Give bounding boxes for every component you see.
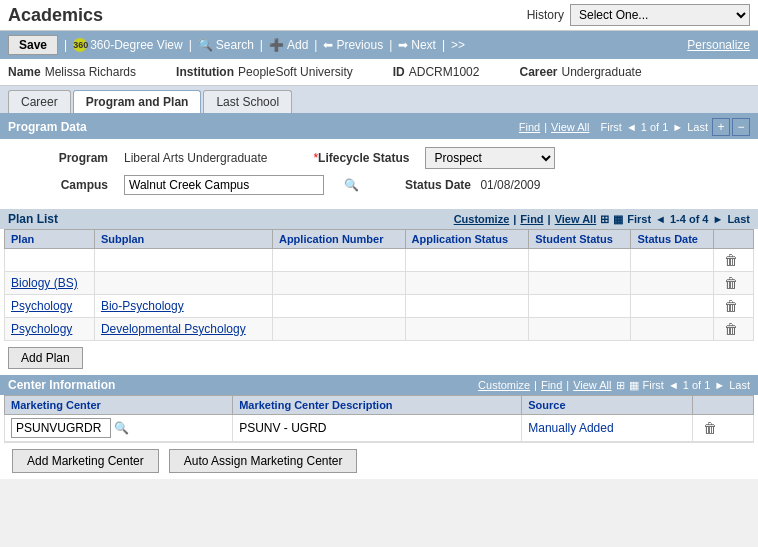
next-link[interactable]: ➡ Next: [398, 38, 436, 52]
center-viewall-link[interactable]: View All: [573, 379, 611, 391]
plan-cell[interactable]: Psychology: [5, 295, 95, 318]
save-button[interactable]: Save: [8, 35, 58, 55]
center-last-label: Last: [729, 379, 750, 391]
app-number-cell: [272, 249, 405, 272]
plan-list-header: Plan List Customize | Find | View All ⊞ …: [0, 209, 758, 229]
status-date-cell: [631, 295, 714, 318]
prev-icon: ⬅: [323, 38, 333, 52]
auto-assign-marketing-button[interactable]: Auto Assign Marketing Center: [169, 449, 358, 473]
tab-last-school[interactable]: Last School: [203, 90, 292, 113]
name-field: Name Melissa Richards: [8, 65, 136, 79]
center-info-header: Center Information Customize | Find | Vi…: [0, 375, 758, 395]
student-status-cell: [529, 318, 631, 341]
plan-cell[interactable]: Biology (BS): [5, 272, 95, 295]
plan-find-link[interactable]: Find: [520, 213, 543, 225]
program-viewall-link[interactable]: View All: [551, 121, 589, 133]
delete-plan-btn[interactable]: 🗑: [720, 321, 742, 337]
plan-controls: Customize | Find | View All ⊞ ▦ First ◄ …: [454, 213, 750, 226]
tab-career[interactable]: Career: [8, 90, 71, 113]
plan-first-label: First: [627, 213, 651, 225]
center-prev-btn[interactable]: ◄: [668, 379, 679, 391]
view360-link[interactable]: 360 360-Degree View: [73, 38, 183, 52]
delete-plan-btn[interactable]: 🗑: [720, 275, 742, 291]
delete-center-btn[interactable]: 🗑: [699, 420, 721, 436]
plan-cell[interactable]: Psychology: [5, 318, 95, 341]
center-find-link[interactable]: Find: [541, 379, 562, 391]
remove-program-btn[interactable]: −: [732, 118, 750, 136]
add-link[interactable]: ➕ Add: [269, 38, 308, 52]
program-data-header: Program Data Find | View All First ◄ 1 o…: [0, 115, 758, 139]
app-status-cell: [405, 318, 529, 341]
history-select[interactable]: Select One...: [570, 4, 750, 26]
add-program-btn[interactable]: +: [712, 118, 730, 136]
program-data-title: Program Data: [8, 120, 87, 134]
delete-cell: 🗑: [714, 272, 754, 295]
app-status-cell: [405, 272, 529, 295]
plan-next-btn[interactable]: ►: [712, 213, 723, 225]
plan-prev-btn[interactable]: ◄: [655, 213, 666, 225]
campus-search-icon[interactable]: 🔍: [344, 178, 359, 192]
page-header: Academics History Select One...: [0, 0, 758, 31]
table-row: Biology (BS) 🗑: [5, 272, 754, 295]
id-field: ID ADCRM1002: [393, 65, 480, 79]
center-next-btn[interactable]: ►: [714, 379, 725, 391]
center-header-row: Marketing Center Marketing Center Descri…: [5, 396, 754, 415]
search-link[interactable]: 🔍 Search: [198, 38, 254, 52]
app-number-cell: [272, 318, 405, 341]
delete-plan-btn[interactable]: 🗑: [720, 298, 742, 314]
center-delete-cell: 🗑: [693, 415, 754, 442]
app-status-cell: [405, 249, 529, 272]
center-code-cell: 🔍: [5, 415, 233, 442]
add-minus-controls: + −: [712, 118, 750, 136]
col-marketing-desc: Marketing Center Description: [233, 396, 522, 415]
campus-row: Campus 🔍 Status Date 01/08/2009: [8, 175, 750, 195]
plan-customize-link[interactable]: Customize: [454, 213, 510, 225]
center-search-icon[interactable]: 🔍: [114, 421, 129, 435]
program-next-icon[interactable]: ►: [672, 121, 683, 133]
campus-input[interactable]: [124, 175, 324, 195]
center-code-input[interactable]: [11, 418, 111, 438]
center-table: Marketing Center Marketing Center Descri…: [4, 395, 754, 442]
plan-grid-icon: ⊞: [600, 213, 609, 226]
col-source: Source: [522, 396, 693, 415]
app-number-cell: [272, 295, 405, 318]
career-field: Career Undergraduate: [519, 65, 641, 79]
center-grid-icon: ⊞: [616, 379, 625, 392]
center-source-cell: Manually Added: [522, 415, 693, 442]
col-actions: [714, 230, 754, 249]
col-center-actions: [693, 396, 754, 415]
status-date-cell: [631, 272, 714, 295]
col-subplan: Subplan: [94, 230, 272, 249]
plan-cal-icon: ▦: [613, 213, 623, 226]
institution-field: Institution PeopleSoft University: [176, 65, 353, 79]
list-item: 🔍 PSUNV - UGRD Manually Added 🗑: [5, 415, 754, 442]
center-table-container: Marketing Center Marketing Center Descri…: [0, 395, 758, 479]
program-prev-icon[interactable]: ◄: [626, 121, 637, 133]
more-link[interactable]: >>: [451, 38, 465, 52]
center-customize-link[interactable]: Customize: [478, 379, 530, 391]
plan-cell: [5, 249, 95, 272]
plan-table-header-row: Plan Subplan Application Number Applicat…: [5, 230, 754, 249]
plan-table: Plan Subplan Application Number Applicat…: [4, 229, 754, 341]
add-plan-button[interactable]: Add Plan: [8, 347, 83, 369]
lifecycle-select[interactable]: Prospect: [425, 147, 555, 169]
delete-plan-btn[interactable]: 🗑: [720, 252, 742, 268]
page-title: Academics: [8, 5, 103, 26]
add-marketing-center-button[interactable]: Add Marketing Center: [12, 449, 159, 473]
table-row: Psychology Developmental Psychology 🗑: [5, 318, 754, 341]
plan-viewall-link[interactable]: View All: [555, 213, 597, 225]
tab-program-and-plan[interactable]: Program and Plan: [73, 90, 202, 113]
history-section: History Select One...: [527, 4, 750, 26]
delete-cell: 🗑: [714, 249, 754, 272]
personalize-link[interactable]: Personalize: [687, 38, 750, 52]
program-data-content: Program Liberal Arts Undergraduate *Life…: [0, 139, 758, 209]
table-row: Psychology Bio-Psychology 🗑: [5, 295, 754, 318]
previous-link[interactable]: ⬅ Previous: [323, 38, 383, 52]
table-row: 🗑: [5, 249, 754, 272]
center-info-title: Center Information: [8, 378, 115, 392]
program-find-link[interactable]: Find: [519, 121, 540, 133]
program-last-label: Last: [687, 121, 708, 133]
subplan-cell[interactable]: Bio-Psychology: [94, 295, 272, 318]
subplan-cell[interactable]: Developmental Psychology: [94, 318, 272, 341]
center-page-info: 1 of 1: [683, 379, 711, 391]
